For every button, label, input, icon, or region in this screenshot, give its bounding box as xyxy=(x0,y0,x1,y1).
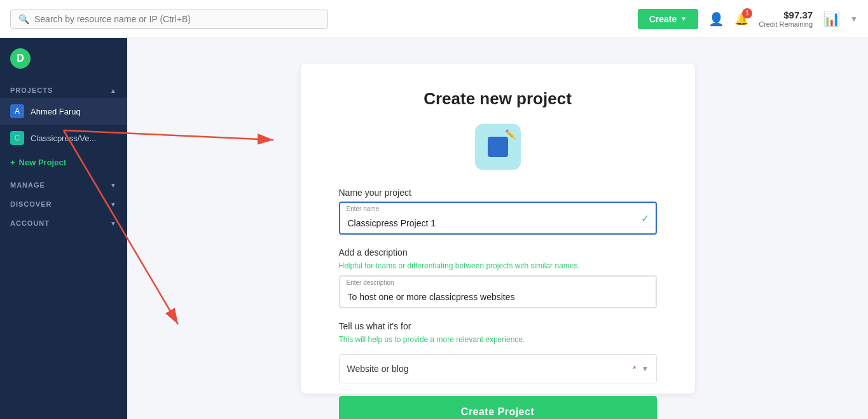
header-right: Create ▼ 👤 🔔 1 $97.37 Credit Remaining 📊… xyxy=(638,9,858,29)
chevron-down-icon: ▼ xyxy=(680,15,687,22)
manage-chevron-icon: ▼ xyxy=(110,182,117,189)
description-field-label: Enter description xyxy=(347,279,394,286)
account-menu-chevron[interactable]: ▼ xyxy=(850,15,858,24)
credit-label: Credit Remaining xyxy=(759,20,813,28)
name-input-wrap: Enter name ✓ xyxy=(339,202,657,235)
projects-label: PROJECTS xyxy=(10,86,53,94)
user-icon[interactable]: 👤 xyxy=(708,11,724,27)
description-input-wrap: Enter description xyxy=(339,275,657,308)
credit-info: $97.37 Credit Remaining xyxy=(759,10,813,28)
project-icon-inner xyxy=(488,137,508,157)
sidebar-section-account[interactable]: ACCOUNT ▼ xyxy=(0,212,127,231)
sidebar-item-ahmed-faruq[interactable]: A Ahmed Faruq xyxy=(0,98,127,125)
create-label: Create xyxy=(649,14,677,24)
logo-icon: D xyxy=(10,48,31,69)
project-name-input[interactable] xyxy=(339,202,657,235)
ahmed-faruq-icon: A xyxy=(10,104,24,118)
description-section: Add a description Helpful for teams or d… xyxy=(339,247,657,270)
what-for-hint: This will help us to provide a more rele… xyxy=(339,335,657,344)
ahmed-faruq-label: Ahmed Faruq xyxy=(31,107,81,116)
search-input[interactable] xyxy=(34,14,320,24)
sidebar-section-discover[interactable]: DISCOVER ▼ xyxy=(0,193,127,212)
classicpress-label: Classicpress/Ve... xyxy=(31,134,96,143)
description-hint: Helpful for teams or differentiating bet… xyxy=(339,261,657,270)
create-project-form: Create new project ✏️ Name your project … xyxy=(301,64,695,394)
new-project-label: New Project xyxy=(19,158,66,167)
form-title: Create new project xyxy=(339,89,657,109)
classicpress-icon: C xyxy=(10,131,24,145)
description-label: Add a description xyxy=(339,247,657,258)
purpose-select-wrap: Website or blog E-commerce SaaS Gaming O… xyxy=(339,354,657,383)
project-icon: ✏️ xyxy=(475,124,521,170)
manage-label: MANAGE xyxy=(10,181,45,189)
sidebar-logo: D xyxy=(0,38,127,79)
pencil-icon: ✏️ xyxy=(505,129,516,139)
what-for-section: Tell us what it's for This will help us … xyxy=(339,321,657,344)
projects-chevron-icon: ▲ xyxy=(110,87,117,94)
sidebar-section-manage[interactable]: MANAGE ▼ xyxy=(0,174,127,193)
sidebar-section-projects[interactable]: PROJECTS ▲ xyxy=(0,79,127,98)
purpose-select[interactable]: Website or blog E-commerce SaaS Gaming O… xyxy=(339,354,657,383)
discover-chevron-icon: ▼ xyxy=(110,201,117,208)
account-label: ACCOUNT xyxy=(10,219,50,227)
project-icon-wrap: ✏️ xyxy=(339,124,657,170)
what-for-label: Tell us what it's for xyxy=(339,321,657,331)
main-layout: D PROJECTS ▲ A Ahmed Faruq C Classicpres… xyxy=(0,38,868,419)
check-icon: ✓ xyxy=(641,212,649,224)
account-graph-icon[interactable]: 📊 xyxy=(823,11,840,27)
sidebar: D PROJECTS ▲ A Ahmed Faruq C Classicpres… xyxy=(0,38,127,419)
search-icon: 🔍 xyxy=(18,14,29,24)
create-button[interactable]: Create ▼ xyxy=(638,9,699,29)
sidebar-item-classicpress[interactable]: C Classicpress/Ve... xyxy=(0,125,127,151)
create-project-button[interactable]: Create Project xyxy=(339,396,657,419)
header: 🔍 Create ▼ 👤 🔔 1 $97.37 Credit Remaining… xyxy=(0,0,868,38)
notification-icon[interactable]: 🔔 1 xyxy=(734,12,748,26)
new-project-button[interactable]: + New Project xyxy=(0,151,127,174)
account-chevron-icon: ▼ xyxy=(110,220,117,227)
discover-label: DISCOVER xyxy=(10,200,52,208)
search-bar[interactable]: 🔍 xyxy=(10,10,328,29)
name-section-label: Name your project xyxy=(339,188,657,198)
content-area: Create new project ✏️ Name your project … xyxy=(127,38,868,419)
plus-icon: + xyxy=(10,158,15,167)
name-field-label: Enter name xyxy=(347,205,380,212)
notification-badge: 1 xyxy=(742,8,752,18)
credit-amount: $97.37 xyxy=(759,10,813,20)
